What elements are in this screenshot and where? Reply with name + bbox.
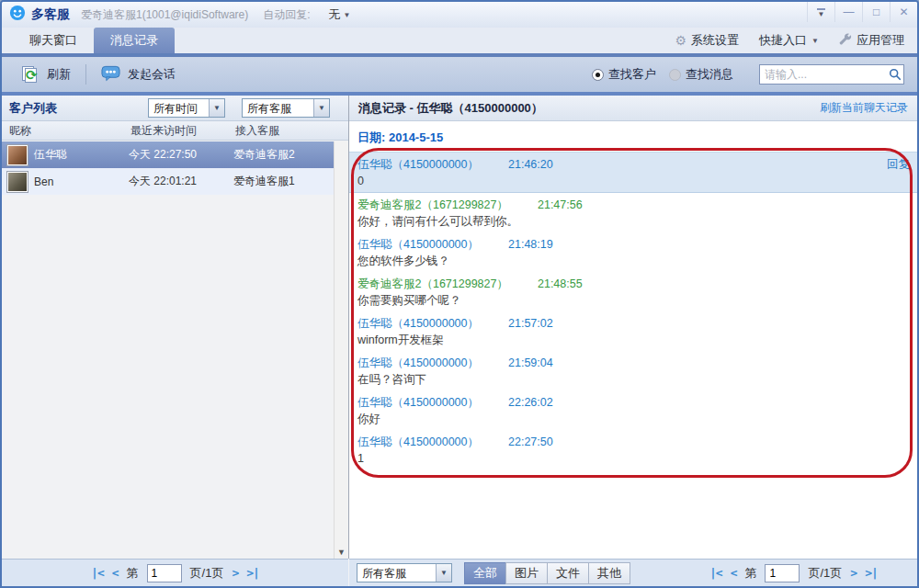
agent-filter-select[interactable]: 所有客服 ▼ bbox=[242, 98, 330, 118]
message-sender: 伍华聪（4150000000） bbox=[357, 396, 479, 409]
message-text: 1 bbox=[357, 450, 909, 467]
prev-page-button[interactable]: < bbox=[112, 566, 119, 580]
message-sender: 伍华聪（4150000000） bbox=[357, 356, 479, 369]
avatar bbox=[7, 145, 28, 165]
minimize-button[interactable]: — bbox=[834, 2, 862, 22]
wrench-icon bbox=[839, 33, 852, 49]
shortcut-entry-label: 快捷入口 bbox=[759, 32, 807, 49]
message-sender: 伍华聪（4150000000） bbox=[357, 158, 479, 171]
message-panel-title: 消息记录 - 伍华聪（4150000000） bbox=[358, 100, 543, 117]
app-name: 多客服 bbox=[31, 6, 70, 23]
customer-list-scrollbar[interactable]: ▼ bbox=[334, 141, 348, 559]
system-settings-button[interactable]: ⚙ 系统设置 bbox=[675, 32, 740, 49]
radio-selected-icon bbox=[592, 69, 604, 81]
main-area: 客户列表 所有时间 ▼ 所有客服 ▼ 昵称 最近来访时间 接入客服 bbox=[2, 96, 917, 559]
auto-reply-value: 无 bbox=[329, 6, 341, 23]
skin-button[interactable]: ▼ bbox=[807, 2, 834, 22]
next-page-button[interactable]: > bbox=[232, 566, 238, 580]
start-chat-button[interactable]: 发起会话 bbox=[90, 61, 187, 88]
scroll-down-icon[interactable]: ▼ bbox=[335, 548, 348, 557]
message-time: 21:59:04 bbox=[508, 356, 553, 369]
refresh-button[interactable]: ⟳ 刷新 bbox=[11, 61, 82, 88]
customer-agent: 爱奇迪客服2 bbox=[233, 147, 334, 163]
message-time: 21:57:02 bbox=[508, 317, 553, 330]
message-text: 你好 bbox=[357, 411, 909, 427]
message-sender: 爱奇迪客服2（1671299827） bbox=[357, 277, 508, 290]
find-message-radio[interactable]: 查找消息 bbox=[669, 66, 733, 83]
message-text: 0 bbox=[357, 173, 909, 189]
chevron-down-icon: ▼ bbox=[313, 99, 329, 117]
message-agent-filter-select[interactable]: 所有客服 ▼ bbox=[357, 563, 452, 582]
message-list: 伍华聪（4150000000）21:46:20 0 回复 爱奇迪客服2（1671… bbox=[349, 152, 917, 559]
app-window: 多客服 爱奇迪客服1(1001@iqidiSoftware) 自动回复: 无 ▼… bbox=[0, 0, 919, 588]
toolbar-separator bbox=[85, 64, 86, 85]
customer-panel: 客户列表 所有时间 ▼ 所有客服 ▼ 昵称 最近来访时间 接入客服 bbox=[2, 96, 348, 559]
message-item[interactable]: 伍华聪（4150000000）21:48:19 您的软件多少钱？ 回复 bbox=[349, 232, 917, 272]
message-type-tab[interactable]: 图片 bbox=[505, 562, 548, 584]
customer-row[interactable]: Ben 今天 22:01:21 爱奇迪客服1 bbox=[2, 168, 334, 195]
message-item[interactable]: 爱奇迪客服2（1671299827）21:48:55 你需要购买哪个呢？ 回复 bbox=[349, 272, 917, 311]
toolbar: ⟳ 刷新 发起会话 查找客户 查找消息 bbox=[2, 57, 917, 92]
message-sender: 伍华聪（4150000000） bbox=[357, 317, 479, 330]
last-page-button[interactable]: >| bbox=[246, 566, 259, 580]
avatar bbox=[7, 172, 28, 192]
search-icon[interactable] bbox=[887, 68, 903, 81]
page-label: 第 bbox=[127, 565, 139, 582]
customer-name: Ben bbox=[34, 175, 53, 188]
customer-agent: 爱奇迪客服1 bbox=[233, 174, 334, 189]
tab-chat-window[interactable]: 聊天窗口 bbox=[13, 28, 94, 53]
chevron-down-icon: ▼ bbox=[209, 99, 224, 117]
first-page-button[interactable]: |< bbox=[91, 566, 104, 580]
reply-link[interactable]: 回复 bbox=[887, 157, 910, 173]
shortcut-entry-button[interactable]: 快捷入口 ▼ bbox=[759, 32, 819, 49]
message-agent-filter-value: 所有客服 bbox=[357, 564, 436, 582]
message-item[interactable]: 伍华聪（4150000000）21:59:04 在吗？咨询下 回复 bbox=[349, 351, 917, 390]
prev-page-button[interactable]: < bbox=[731, 566, 737, 580]
message-type-filter: 全部图片文件其他 bbox=[465, 562, 630, 584]
message-type-tab[interactable]: 全部 bbox=[464, 562, 506, 584]
time-filter-select[interactable]: 所有时间 ▼ bbox=[148, 98, 225, 118]
customer-row[interactable]: 伍华聪 今天 22:27:50 爱奇迪客服2 bbox=[2, 141, 334, 168]
message-type-tab[interactable]: 文件 bbox=[547, 562, 589, 584]
next-page-button[interactable]: > bbox=[850, 566, 857, 580]
find-message-label: 查找消息 bbox=[686, 66, 733, 83]
close-button[interactable]: ✕ bbox=[890, 2, 917, 22]
message-type-tab[interactable]: 其他 bbox=[588, 562, 630, 584]
message-item[interactable]: 伍华聪（4150000000）22:26:02 你好 回复 bbox=[349, 390, 917, 430]
last-page-button[interactable]: >| bbox=[865, 566, 878, 580]
find-customer-radio[interactable]: 查找客户 bbox=[592, 66, 656, 83]
first-page-button[interactable]: |< bbox=[709, 566, 722, 580]
customer-name: 伍华聪 bbox=[34, 147, 67, 163]
message-pagination: |< < 第 页/1页 > >| bbox=[709, 564, 878, 582]
message-sender: 伍华聪（4150000000） bbox=[357, 435, 479, 448]
page-total-label: 页/1页 bbox=[190, 565, 224, 582]
chevron-down-icon: ▼ bbox=[818, 12, 825, 17]
message-item[interactable]: 伍华聪（4150000000）21:57:02 winform开发框架 回复 bbox=[349, 311, 917, 351]
app-logo-icon bbox=[9, 5, 26, 25]
chat-bubble-icon bbox=[101, 65, 120, 85]
search-input[interactable] bbox=[760, 68, 887, 81]
message-item[interactable]: 伍华聪（4150000000）22:27:50 1 回复 bbox=[349, 430, 917, 469]
app-management-button[interactable]: 应用管理 bbox=[839, 32, 904, 49]
message-sender: 爱奇迪客服2（1671299827） bbox=[357, 198, 508, 211]
message-item[interactable]: 伍华聪（4150000000）21:46:20 0 回复 bbox=[349, 152, 917, 193]
message-item[interactable]: 爱奇迪客服2（1671299827）21:47:56 你好，请问有什么可以帮到你… bbox=[349, 193, 917, 232]
message-panel-header: 消息记录 - 伍华聪（4150000000） 刷新当前聊天记录 bbox=[349, 96, 917, 121]
message-time: 22:27:50 bbox=[508, 435, 553, 448]
agent-filter-value: 所有客服 bbox=[243, 99, 313, 117]
page-number-input[interactable] bbox=[147, 564, 182, 582]
customer-last-visit: 今天 22:27:50 bbox=[129, 147, 233, 163]
auto-reply-dropdown[interactable]: 无 ▼ bbox=[329, 6, 351, 23]
customer-pagination: |< < 第 页/1页 > >| bbox=[91, 564, 259, 582]
auto-reply-label: 自动回复: bbox=[263, 7, 310, 23]
tab-message-history[interactable]: 消息记录 bbox=[94, 28, 175, 53]
message-text: 您的软件多少钱？ bbox=[357, 253, 909, 269]
page-number-input[interactable] bbox=[765, 564, 800, 582]
top-menu: ⚙ 系统设置 快捷入口 ▼ 应用管理 bbox=[675, 28, 917, 53]
column-nickname: 昵称 bbox=[9, 123, 130, 139]
refresh-icon: ⟳ bbox=[22, 66, 40, 84]
refresh-chat-link[interactable]: 刷新当前聊天记录 bbox=[820, 100, 908, 116]
maximize-button[interactable]: □ bbox=[862, 2, 890, 22]
tab-bar: 聊天窗口 消息记录 ⚙ 系统设置 快捷入口 ▼ 应用管理 bbox=[2, 28, 917, 53]
customer-panel-title: 客户列表 bbox=[9, 100, 57, 117]
